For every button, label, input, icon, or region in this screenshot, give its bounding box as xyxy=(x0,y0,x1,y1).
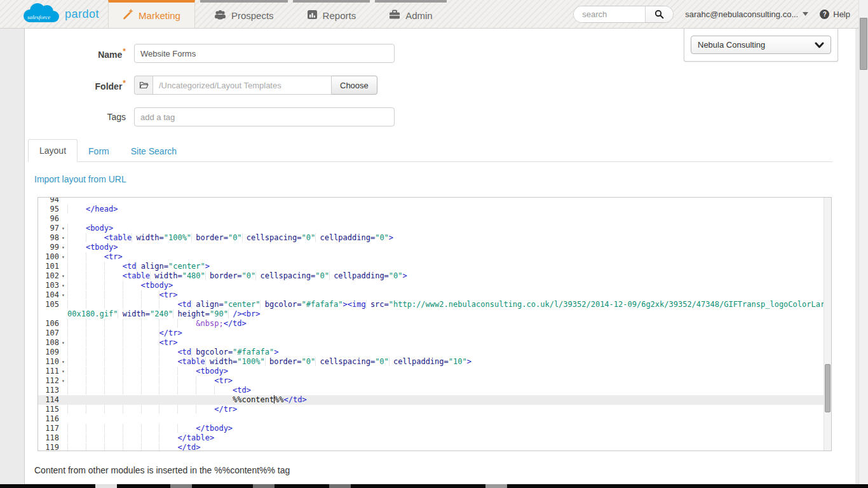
code-line[interactable]: 114 %%content%%</td> xyxy=(38,395,831,405)
code-text: <td bgcolor="#fafafa"> xyxy=(67,348,831,357)
code-line[interactable]: 116 xyxy=(38,414,831,424)
search-button[interactable] xyxy=(645,6,673,22)
line-number: 110 xyxy=(38,357,59,367)
line-number xyxy=(38,309,59,319)
code-text: </tr> xyxy=(67,329,831,338)
fold-gutter xyxy=(59,309,67,319)
code-line[interactable]: 108▾ <tr> xyxy=(38,338,831,348)
nav-admin[interactable]: Admin xyxy=(375,0,447,28)
code-text: <table width="100%" border="0" cellspaci… xyxy=(67,357,831,367)
code-text: <table width="480" border="0" cellspacin… xyxy=(67,271,831,281)
help-menu[interactable]: ? Help xyxy=(820,10,850,19)
fold-gutter xyxy=(59,386,67,395)
code-line[interactable]: 107 </tr> xyxy=(38,329,831,338)
code-line[interactable]: 118 </table> xyxy=(38,433,831,443)
code-line[interactable]: 103▾ <tbody> xyxy=(38,281,831,290)
fold-arrow-icon[interactable]: ▾ xyxy=(59,224,67,233)
code-line[interactable]: 105 <td align="center" bgcolor="#fafafa"… xyxy=(38,300,831,309)
help-icon: ? xyxy=(820,10,829,19)
user-menu[interactable]: sarahc@nebulaconsulting.co... xyxy=(685,10,808,19)
pardot-logo[interactable]: salesforce pardot xyxy=(0,0,108,28)
fold-arrow-icon[interactable]: ▾ xyxy=(59,243,67,252)
code-line[interactable]: 104▾ <tr> xyxy=(38,290,831,300)
editor-scrollbar-thumb[interactable] xyxy=(825,364,831,412)
taskbar-strip xyxy=(0,484,868,488)
search-input[interactable] xyxy=(574,6,645,22)
line-number: 111 xyxy=(38,367,59,376)
fold-arrow-icon[interactable]: ▾ xyxy=(59,271,67,281)
line-number: 116 xyxy=(38,414,59,424)
code-line[interactable]: 98▾ <table width="100%" border="0" cells… xyxy=(38,233,831,243)
code-text: %%content%%</td> xyxy=(67,395,831,405)
briefcase-icon xyxy=(389,10,400,22)
fold-arrow-icon[interactable]: ▾ xyxy=(59,233,67,243)
taskbar-item xyxy=(170,484,192,488)
line-number: 115 xyxy=(38,405,59,414)
code-line[interactable]: 99▾ <tbody> xyxy=(38,243,831,252)
line-number: 94 xyxy=(38,197,59,205)
code-line[interactable]: 96 xyxy=(38,214,831,224)
code-text: </tr> xyxy=(67,405,831,414)
main-nav: Marketing Prospects xyxy=(108,0,452,28)
line-number: 103 xyxy=(38,281,59,290)
code-text: <tr> xyxy=(67,290,831,300)
line-number: 118 xyxy=(38,433,59,443)
nav-reports[interactable]: Reports xyxy=(293,0,370,28)
tab-site-search[interactable]: Site Search xyxy=(120,140,187,162)
required-asterisk: * xyxy=(123,79,126,88)
code-editor[interactable]: 9495 </head>9697▾ <body>98▾ <table width… xyxy=(37,197,832,451)
code-line[interactable]: 110▾ <table width="100%" border="0" cell… xyxy=(38,357,831,367)
fold-arrow-icon[interactable]: ▾ xyxy=(59,252,67,262)
page-scrollbar[interactable] xyxy=(858,0,868,488)
editor-scrollbar[interactable] xyxy=(824,198,831,451)
code-line[interactable]: 112▾ <tr> xyxy=(38,376,831,386)
nav-marketing[interactable]: Marketing xyxy=(108,0,195,28)
choose-folder-button[interactable]: Choose xyxy=(332,76,377,95)
code-line[interactable]: 94 xyxy=(38,197,831,205)
code-text: <tbody> xyxy=(67,367,831,376)
global-search xyxy=(573,6,674,23)
taskbar-item xyxy=(329,484,351,488)
name-input[interactable] xyxy=(134,44,395,63)
nav-marketing-label: Marketing xyxy=(139,10,180,21)
nav-admin-label: Admin xyxy=(405,10,433,21)
editor-tabs: Layout Form Site Search xyxy=(28,139,832,162)
folder-row: Folder* Choose xyxy=(25,76,855,95)
nav-prospects[interactable]: Prospects xyxy=(200,0,288,28)
code-line[interactable]: 106 &nbsp;</td> xyxy=(38,319,831,329)
salesforce-cloud-icon: salesforce xyxy=(20,3,61,25)
code-line[interactable]: 95 </head> xyxy=(38,205,831,214)
page-scrollbar-thumb[interactable] xyxy=(860,18,867,70)
tab-layout[interactable]: Layout xyxy=(28,139,78,162)
code-line[interactable]: 117 </tbody> xyxy=(38,424,831,433)
code-line[interactable]: 119 </td> xyxy=(38,443,831,451)
code-line[interactable]: 00x180.gif" width="240" height="90" /><b… xyxy=(38,309,831,319)
import-layout-link[interactable]: Import layout from URL xyxy=(34,174,126,184)
fold-arrow-icon[interactable]: ▾ xyxy=(59,338,67,348)
fold-arrow-icon[interactable]: ▾ xyxy=(59,281,67,290)
code-line[interactable]: 109 <td bgcolor="#fafafa"> xyxy=(38,348,831,357)
code-line[interactable]: 101 <td align="center"> xyxy=(38,262,831,271)
fold-gutter xyxy=(59,443,67,451)
chevron-down-icon xyxy=(815,42,824,48)
line-number: 96 xyxy=(38,214,59,224)
bar-chart-icon xyxy=(307,10,318,22)
fold-arrow-icon[interactable]: ▾ xyxy=(59,367,67,376)
folder-input[interactable] xyxy=(153,76,332,95)
account-select[interactable]: Nebula Consulting xyxy=(691,36,831,54)
code-text xyxy=(67,197,831,205)
code-line[interactable]: 113 <td> xyxy=(38,386,831,395)
fold-gutter xyxy=(59,433,67,443)
code-line[interactable]: 100▾ <tr> xyxy=(38,252,831,262)
code-line[interactable]: 102▾ <table width="480" border="0" cells… xyxy=(38,271,831,281)
line-number: 102 xyxy=(38,271,59,281)
fold-arrow-icon[interactable]: ▾ xyxy=(59,357,67,367)
fold-arrow-icon[interactable]: ▾ xyxy=(59,290,67,300)
code-line[interactable]: 115 </tr> xyxy=(38,405,831,414)
tab-form[interactable]: Form xyxy=(78,140,120,162)
code-line[interactable]: 111▾ <tbody> xyxy=(38,367,831,376)
fold-arrow-icon[interactable]: ▾ xyxy=(59,376,67,386)
tags-input[interactable] xyxy=(134,107,395,126)
fold-gutter xyxy=(59,214,67,224)
code-line[interactable]: 97▾ <body> xyxy=(38,224,831,233)
